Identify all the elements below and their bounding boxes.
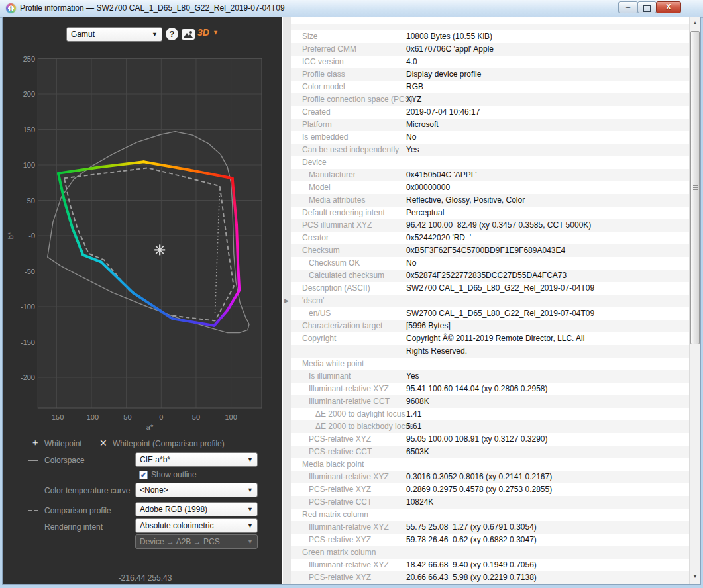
row-label: Platform	[302, 119, 332, 131]
table-row[interactable]: Rights Reserved.	[291, 345, 689, 358]
table-row[interactable]: Can be used independentlyYes	[291, 144, 689, 156]
show-outline-checkbox[interactable]: ✔	[139, 471, 148, 479]
row-label: Can be used independently	[302, 144, 399, 156]
table-row[interactable]: Media attributesReflective, Glossy, Posi…	[291, 194, 689, 207]
row-label: Creator	[302, 232, 329, 244]
comparison-profile-select[interactable]: Adobe RGB (1998) ▼	[135, 502, 258, 516]
table-row[interactable]: Creator0x52442020 'RD '	[291, 232, 689, 244]
row-value: Display device profile	[406, 68, 481, 81]
table-row[interactable]: PCS-relative XYZ59.78 26.46 0.62 (xy 0.6…	[291, 534, 689, 546]
table-row[interactable]: CopyrightCopyright Â© 2011-2019 Remote D…	[291, 332, 689, 345]
table-row[interactable]: PlatformMicrosoft	[291, 119, 689, 131]
chevron-down-icon: ▼	[247, 535, 253, 548]
table-row[interactable]: Illuminant-relative XYZ55.75 25.08 1.27 …	[291, 521, 689, 534]
row-value: 2019-07-04 10:46:17	[406, 106, 480, 119]
row-label: Profile class	[302, 68, 345, 81]
table-row[interactable]: Checksum0xB5F3F62F54C5700BD9F1E9F689A043…	[291, 244, 689, 257]
color-temperature-select[interactable]: <None> ▼	[135, 483, 258, 497]
colorspace-select[interactable]: CIE a*b* ▼	[135, 452, 258, 467]
svg-text:-100: -100	[21, 303, 35, 311]
comparison-profile-value: Adobe RGB (1998)	[140, 505, 207, 514]
table-row[interactable]: Preferred CMM0x6170706C 'appl' Apple	[291, 43, 689, 56]
table-row[interactable]: Illuminant-relative CCT9608K	[291, 395, 689, 408]
scroll-up-button[interactable]: ▲	[690, 17, 700, 28]
close-button[interactable]: X	[656, 1, 681, 13]
view-select[interactable]: Gamut ▼	[66, 27, 162, 42]
table-row[interactable]: Media black point	[291, 458, 689, 471]
table-row[interactable]: Profile connection space (PCS)XYZ	[291, 93, 689, 106]
table-row[interactable]: Red matrix column	[291, 509, 689, 521]
table-row[interactable]: Media white point	[291, 358, 689, 370]
row-value: 96.42 100.00 82.49 (xy 0.3457 0.3585, CC…	[406, 219, 591, 232]
table-row[interactable]: Color modelRGB	[291, 81, 689, 93]
row-label: Manufacturer	[309, 169, 356, 181]
table-row[interactable]: Illuminant-relative XYZ0.3016 0.3052 0.8…	[291, 471, 689, 483]
row-label: ICC version	[302, 56, 344, 68]
table-row[interactable]: Manufacturer0x4150504C 'APPL'	[291, 169, 689, 181]
profile-gamut	[238, 264, 239, 291]
table-row[interactable]: ▶'dscm'	[291, 295, 689, 307]
row-value: No	[406, 131, 416, 144]
svg-text:150: 150	[23, 126, 35, 134]
3d-view-button[interactable]: 3D▼	[197, 27, 219, 38]
table-row[interactable]: Description (ASCII)SW2700 CAL_1_D65_L80_…	[291, 282, 689, 295]
table-row[interactable]: Illuminant-relative XYZ95.41 100.60 144.…	[291, 383, 689, 395]
color-temperature-value: <None>	[140, 485, 168, 495]
row-label: PCS-relative CCT	[309, 496, 372, 509]
table-row[interactable]: Model0x00000000	[291, 181, 689, 194]
gamut-panel: -150-100-5005010025020015010050-0-50-100…	[3, 17, 282, 584]
table-row[interactable]: Illuminant-relative XYZ18.42 66.68 9.40 …	[291, 559, 689, 571]
3d-label: 3D	[197, 27, 209, 38]
svg-text:a*: a*	[146, 423, 154, 431]
svg-text:200: 200	[23, 90, 35, 98]
expander-icon[interactable]: ▶	[284, 295, 289, 307]
maximize-button[interactable]	[637, 1, 657, 13]
table-row[interactable]: PCS-relative XYZ0.2869 0.2975 0.4578 (xy…	[291, 483, 689, 496]
row-value: Yes	[406, 144, 419, 156]
row-label: en/US	[309, 307, 331, 320]
table-row[interactable]: Green matrix column	[291, 546, 689, 559]
minimize-button[interactable]: –	[618, 1, 638, 13]
table-row[interactable]: PCS-relative XYZ95.05 100.00 108.91 (xy …	[291, 433, 689, 446]
scroll-thumb[interactable]	[690, 31, 700, 344]
help-button[interactable]: ?	[166, 28, 178, 40]
table-row[interactable]: Calculated checksum0x52874F2522772835DCC…	[291, 270, 689, 282]
rendering-intent-select[interactable]: Absolute colorimetric ▼	[135, 518, 258, 533]
table-row[interactable]: Device	[291, 156, 689, 169]
svg-text:-50: -50	[25, 268, 35, 275]
table-row[interactable]: Characterization target[5996 Bytes]	[291, 320, 689, 332]
table-row[interactable]: Is embeddedNo	[291, 131, 689, 144]
table-row[interactable]: Is illuminantYes	[291, 370, 689, 383]
row-label: Size	[302, 30, 317, 43]
titlebar[interactable]: i Profile information — SW2700 CAL_1_D65…	[0, 0, 703, 18]
table-row[interactable]: PCS-relative CCT10824K	[291, 496, 689, 509]
table-row[interactable]: ICC version4.0	[291, 56, 689, 68]
chevron-down-icon: ▼	[247, 453, 253, 466]
table-row[interactable]: Size10808 Bytes (10.55 KiB)	[291, 30, 689, 43]
table-row[interactable]: ΔE 2000 to daylight locus1.41	[291, 408, 689, 420]
row-label: Calculated checksum	[309, 270, 384, 282]
vertical-scrollbar[interactable]: ▲ ▼	[689, 17, 700, 584]
svg-text:-0: -0	[28, 232, 35, 240]
scroll-down-button[interactable]: ▼	[690, 571, 700, 582]
table-row[interactable]: en/USSW2700 CAL_1_D65_L80_G22_Rel_2019-0…	[291, 307, 689, 320]
table-row[interactable]: ΔE 2000 to blackbody locus5.61	[291, 420, 689, 433]
profile-info-icon: i	[6, 3, 16, 13]
cursor-coordinates: -216.44 255.43	[69, 573, 221, 583]
row-value: 0.2869 0.2975 0.4578 (xy 0.2753 0.2855)	[406, 483, 552, 496]
table-row[interactable]: PCS illuminant XYZ96.42 100.00 82.49 (xy…	[291, 219, 689, 232]
table-row[interactable]: Checksum OKNo	[291, 257, 689, 270]
table-row[interactable]: Default rendering intentPerceptual	[291, 207, 689, 219]
row-label: Is embedded	[302, 131, 348, 144]
chevron-down-icon: ▼	[152, 28, 158, 41]
rendering-intent-label: Rendering intent	[44, 522, 103, 532]
row-label: Model	[309, 181, 331, 194]
row-value: 0xB5F3F62F54C5700BD9F1E9F689A043E4	[406, 244, 565, 257]
table-row[interactable]: PCS-relative XYZ20.66 66.43 5.98 (xy 0.2…	[291, 571, 689, 584]
show-outline-label: Show outline	[151, 470, 197, 479]
colorspace-select-value: CIE a*b*	[140, 455, 170, 464]
table-row[interactable]: Created2019-07-04 10:46:17	[291, 106, 689, 119]
table-row[interactable]: PCS-relative CCT6503K	[291, 446, 689, 458]
table-row[interactable]: Profile classDisplay device profile	[291, 68, 689, 81]
export-image-button[interactable]	[182, 29, 195, 40]
